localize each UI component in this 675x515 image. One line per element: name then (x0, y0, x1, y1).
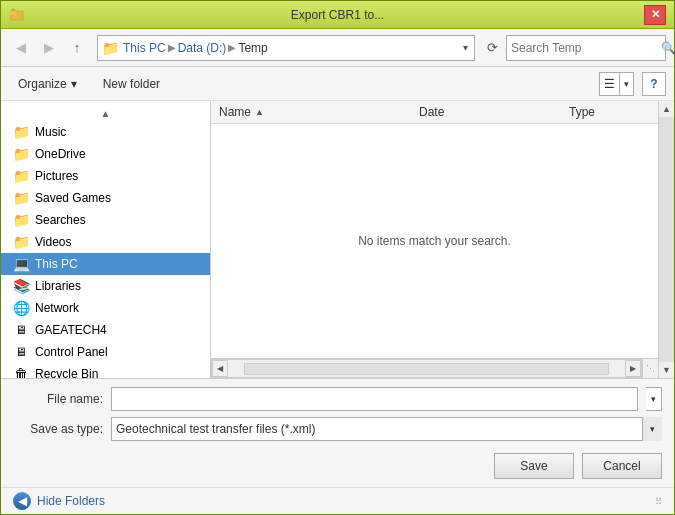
column-date[interactable]: Date (419, 105, 569, 119)
view-button[interactable]: ☰ ▾ (599, 72, 634, 96)
organize-button[interactable]: Organize ▾ (9, 73, 86, 95)
close-button[interactable]: ✕ (644, 5, 666, 25)
v-scrollbar-track[interactable] (659, 117, 674, 362)
sidebar-item-label: This PC (35, 257, 78, 271)
scroll-up-button[interactable]: ▲ (662, 101, 671, 117)
sidebar-item-music[interactable]: 📁 Music (1, 121, 210, 143)
search-input[interactable] (511, 41, 661, 55)
sidebar-item-network[interactable]: 🌐 Network (1, 297, 210, 319)
recycle-bin-icon: 🗑 (13, 366, 29, 378)
column-name[interactable]: Name ▲ (219, 105, 419, 119)
sidebar-item-label: Videos (35, 235, 71, 249)
folder-icon: 📁 (13, 212, 29, 228)
sidebar-item-label: GAEATECH4 (35, 323, 107, 337)
breadcrumb-temp[interactable]: Temp (238, 41, 267, 55)
control-panel-icon: 🖥 (13, 344, 29, 360)
window-title: Export CBR1 to... (31, 8, 644, 22)
nav-toolbar: ◀ ▶ ↑ 📁 This PC ▶ Data (D:) ▶ Temp ▾ ⟳ 🔍 (1, 29, 674, 67)
sidebar-item-control-panel[interactable]: 🖥 Control Panel (1, 341, 210, 363)
bottom-section: File name: ▾ Save as type: Geotechnical … (1, 378, 674, 487)
second-toolbar: Organize ▾ New folder ☰ ▾ ? (1, 67, 674, 101)
title-bar: Export CBR1 to... ✕ (1, 1, 674, 29)
scroll-left-button[interactable]: ◀ (212, 360, 228, 377)
address-bar: 📁 This PC ▶ Data (D:) ▶ Temp ▾ (97, 35, 475, 61)
hide-folders-icon: ◀ (13, 492, 31, 510)
help-button[interactable]: ? (642, 72, 666, 96)
view-dropdown-arrow: ▾ (620, 73, 633, 95)
breadcrumb-sep-2: ▶ (228, 42, 236, 53)
sidebar-item-this-pc[interactable]: 💻 This PC (1, 253, 210, 275)
save-type-row: Save as type: Geotechnical test transfer… (13, 417, 662, 441)
content-area: Name ▲ Date Type No items match your sea… (211, 101, 658, 378)
organize-arrow-icon: ▾ (71, 77, 77, 91)
refresh-button[interactable]: ⟳ (483, 40, 502, 55)
empty-message: No items match your search. (358, 234, 511, 248)
new-folder-button[interactable]: New folder (94, 73, 169, 95)
network-icon: 🌐 (13, 300, 29, 316)
resize-grip: ⠿ (655, 496, 662, 507)
view-icon: ☰ (600, 73, 620, 95)
sidebar-item-label: Network (35, 301, 79, 315)
libraries-icon: 📚 (13, 278, 29, 294)
sidebar-item-searches[interactable]: 📁 Searches (1, 209, 210, 231)
up-button[interactable]: ↑ (65, 36, 89, 60)
sidebar-item-onedrive[interactable]: 📁 OneDrive (1, 143, 210, 165)
folder-icon: 📁 (13, 124, 29, 140)
sidebar-item-label: OneDrive (35, 147, 86, 161)
hide-folders-button[interactable]: ◀ Hide Folders (13, 492, 105, 510)
save-button[interactable]: Save (494, 453, 574, 479)
folder-icon: 📁 (13, 234, 29, 250)
sidebar-item-gaeatech4[interactable]: 🖥 GAEATECH4 (1, 319, 210, 341)
back-button[interactable]: ◀ (9, 36, 33, 60)
address-folder-icon: 📁 (102, 40, 119, 56)
h-scrollbar: ◀ ▶ (211, 359, 642, 378)
svg-marker-2 (11, 8, 16, 11)
breadcrumb-this-pc[interactable]: This PC (123, 41, 166, 55)
file-name-input[interactable] (111, 387, 638, 411)
sidebar-item-label: Recycle Bin (35, 367, 98, 378)
search-icon[interactable]: 🔍 (661, 41, 675, 55)
file-list-body: No items match your search. (211, 124, 658, 358)
save-type-select[interactable]: Geotechnical test transfer files (*.xml) (111, 417, 662, 441)
breadcrumb-data-d[interactable]: Data (D:) (178, 41, 227, 55)
sidebar-item-libraries[interactable]: 📚 Libraries (1, 275, 210, 297)
folder-icon: 📁 (13, 168, 29, 184)
window-icon (9, 7, 25, 23)
sidebar-item-pictures[interactable]: 📁 Pictures (1, 165, 210, 187)
organize-label: Organize (18, 77, 67, 91)
button-row: Save Cancel (13, 449, 662, 479)
h-scrollbar-container: ◀ ▶ ⋱ (211, 358, 658, 378)
corner-resize: ⋱ (642, 359, 658, 378)
column-type[interactable]: Type (569, 105, 650, 119)
main-window: Export CBR1 to... ✕ ◀ ▶ ↑ 📁 This PC ▶ Da… (0, 0, 675, 515)
computer-icon: 🖥 (13, 322, 29, 338)
pc-icon: 💻 (13, 256, 29, 272)
breadcrumb-sep-1: ▶ (168, 42, 176, 53)
breadcrumb: This PC ▶ Data (D:) ▶ Temp (123, 41, 457, 55)
sidebar-scroll-up[interactable]: ▲ (1, 105, 210, 121)
v-scrollbar: ▲ ▼ (658, 101, 674, 378)
onedrive-icon: 📁 (13, 146, 29, 162)
search-box: 🔍 (506, 35, 666, 61)
save-as-type-label: Save as type: (13, 422, 103, 436)
h-scrollbar-track[interactable] (244, 363, 609, 375)
forward-button[interactable]: ▶ (37, 36, 61, 60)
file-name-dropdown-button[interactable]: ▾ (646, 387, 662, 411)
sidebar-item-videos[interactable]: 📁 Videos (1, 231, 210, 253)
sidebar-item-label: Libraries (35, 279, 81, 293)
scroll-down-button[interactable]: ▼ (662, 362, 671, 378)
address-dropdown-button[interactable]: ▾ (461, 42, 470, 53)
main-area: ▲ 📁 Music 📁 OneDrive 📁 Pictures 📁 Saved … (1, 101, 674, 378)
sidebar-item-recycle-bin[interactable]: 🗑 Recycle Bin (1, 363, 210, 378)
cancel-button[interactable]: Cancel (582, 453, 662, 479)
save-type-wrapper: Geotechnical test transfer files (*.xml)… (111, 417, 662, 441)
sidebar-item-label: Searches (35, 213, 86, 227)
scroll-right-button[interactable]: ▶ (625, 360, 641, 377)
file-name-label: File name: (13, 392, 103, 406)
sidebar-item-saved-games[interactable]: 📁 Saved Games (1, 187, 210, 209)
sidebar-item-label: Control Panel (35, 345, 108, 359)
sidebar-item-label: Music (35, 125, 66, 139)
svg-rect-1 (11, 11, 16, 15)
sidebar-item-label: Saved Games (35, 191, 111, 205)
folder-icon: 📁 (13, 190, 29, 206)
